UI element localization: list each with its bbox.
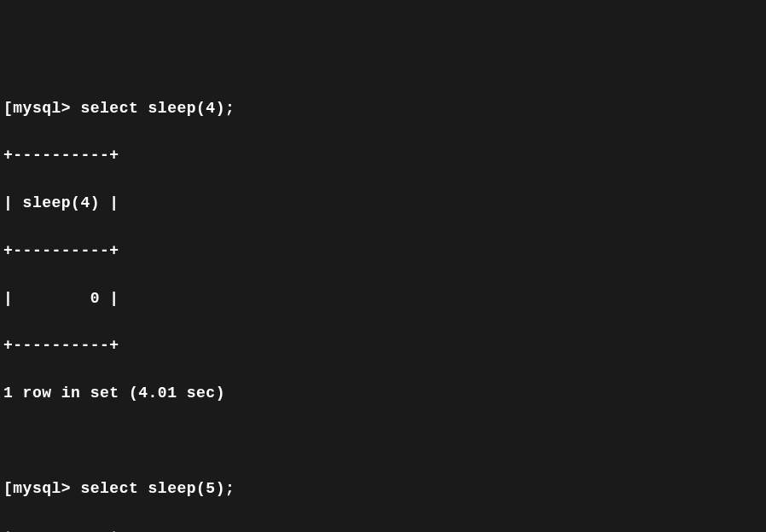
prompt-text: mysql> <box>13 480 80 497</box>
command-text: select sleep(4); <box>80 100 235 117</box>
summary-text: 1 row in set (4.01 sec) <box>3 382 763 406</box>
table-border: +----------+ <box>3 144 763 168</box>
prompt-line-1[interactable]: [mysql> select sleep(4); <box>3 97 763 121</box>
table-header: | sleep(4) | <box>3 192 763 216</box>
command-text: select sleep(5); <box>80 480 235 497</box>
prompt-text: mysql> <box>13 100 80 117</box>
table-border: +----------+ <box>3 525 763 532</box>
bracket-open: [ <box>3 480 13 497</box>
prompt-line-2[interactable]: [mysql> select sleep(5); <box>3 477 763 501</box>
table-border: +----------+ <box>3 240 763 263</box>
blank-line <box>3 430 763 454</box>
bracket-open: [ <box>3 100 13 117</box>
table-border: +----------+ <box>3 334 763 358</box>
table-row: | 0 | <box>3 287 763 311</box>
